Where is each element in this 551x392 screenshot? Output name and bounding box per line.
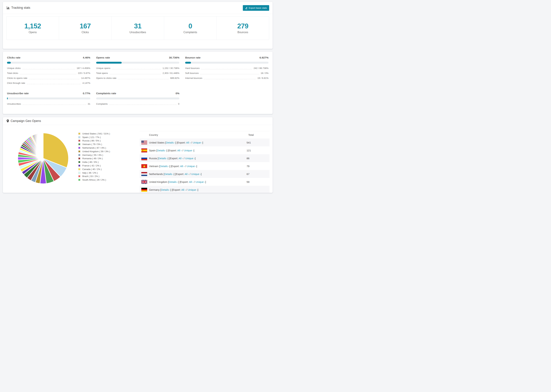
- geo-title: Campaign Geo Opens: [11, 119, 41, 123]
- legend-label: Russia ( 86 / 5% ): [82, 139, 101, 142]
- legend-label: United Kingdom ( 59 / 3% ): [82, 150, 110, 153]
- rate-row-value: 14.497%: [81, 77, 90, 80]
- dotted-leader: [204, 79, 256, 79]
- stat-unsubscribes: 31Unsubscribes: [111, 16, 164, 40]
- details-link[interactable]: Details ›: [164, 173, 174, 175]
- flag-vn-icon: [141, 164, 147, 168]
- bracket-text: [: [163, 173, 164, 175]
- stat-label: Opens: [28, 31, 37, 34]
- legend-label: United States ( 541 / 31% ): [82, 132, 110, 135]
- export-unique-link[interactable]: Unique ›: [184, 149, 194, 152]
- rate-detail-rows: Complaints0: [96, 103, 179, 105]
- export-text: ] [Export:: [170, 188, 181, 191]
- export-all-link[interactable]: All ›: [179, 157, 183, 160]
- total-cell: 121: [247, 149, 251, 152]
- stat-value: 167: [80, 22, 91, 30]
- export-all-link[interactable]: All ›: [185, 173, 189, 175]
- slash-text: /: [184, 165, 187, 168]
- legend-label: Spain ( 121 / 7% ): [82, 136, 101, 139]
- details-link[interactable]: Details ›: [157, 149, 167, 152]
- country-cell: Germany [Details ›] [Export: All › / Uni…: [149, 188, 198, 191]
- total-cell: 79: [247, 165, 249, 168]
- bracket-close-text: ]: [195, 157, 196, 160]
- bar-chart-icon: [7, 6, 10, 9]
- legend-swatch: [78, 136, 80, 138]
- export-text: ] [Export:: [168, 157, 178, 160]
- legend-label: Romania ( 49 / 3% ): [82, 157, 103, 160]
- geo-pie-legend: United States ( 541 / 31% )Spain ( 121 /…: [78, 132, 110, 182]
- legend-swatch: [78, 150, 80, 153]
- tracking-stats-header: Tracking stats Export basic stats: [3, 2, 273, 14]
- export-unique-link[interactable]: Unique ›: [185, 157, 195, 160]
- country-cell: Netherlands [Details ›] [Export: All › /…: [149, 173, 202, 175]
- export-text: ] [Export:: [174, 173, 184, 175]
- country-name: Russia: [149, 157, 157, 160]
- country-name: United Kingdom: [149, 181, 167, 183]
- export-all-link[interactable]: All ›: [180, 165, 185, 168]
- details-link[interactable]: Details ›: [169, 181, 178, 183]
- rate-title-row: Clicks rate4.46%: [7, 56, 90, 59]
- rate-row-value: 4.147%: [83, 82, 90, 85]
- export-text: ] [Export:: [175, 141, 186, 144]
- dotted-leader: [22, 69, 75, 69]
- legend-item-netherlands: Netherlands ( 67 / 4% ): [78, 146, 110, 150]
- rate-detail-rows: Unique opens1,152 / 30.736%Total opens2,…: [96, 67, 179, 80]
- rate-label: Opens rate: [96, 56, 110, 59]
- rate-row-complaints: Complaints0: [96, 103, 179, 105]
- export-all-link[interactable]: All ›: [181, 188, 186, 191]
- rate-row-label: Opens to clicks rate: [96, 77, 117, 80]
- legend-item-brazil: Brazil ( 33 / 2% ): [78, 175, 110, 178]
- stat-label: Bounces: [238, 31, 248, 34]
- rate-label: Bounce rate: [185, 56, 201, 59]
- export-unique-link[interactable]: Unique ›: [196, 181, 205, 183]
- export-all-link[interactable]: All ›: [186, 141, 191, 144]
- details-link[interactable]: Details ›: [158, 157, 168, 160]
- rate-row-value: 689.82%: [170, 77, 179, 80]
- rate-row-value: 1,152 / 30.736%: [162, 67, 179, 70]
- export-all-link[interactable]: All ›: [189, 181, 193, 183]
- stat-value: 31: [134, 22, 141, 30]
- flag-de-icon: [141, 188, 147, 192]
- flag-gb-icon: [141, 180, 147, 184]
- geo-body: United States ( 541 / 31% )Spain ( 121 /…: [3, 125, 273, 193]
- export-all-link[interactable]: All ›: [177, 149, 182, 152]
- progress-bar-opens-rate: [96, 62, 179, 64]
- campaign-geo-opens-card: Campaign Geo Opens United States ( 541 /…: [3, 117, 273, 193]
- export-unique-link[interactable]: Unique ›: [193, 141, 202, 144]
- slash-text: /: [189, 173, 191, 175]
- export-basic-stats-button[interactable]: Export basic stats: [243, 5, 269, 11]
- details-link[interactable]: Details ›: [161, 188, 170, 191]
- details-link[interactable]: Details ›: [160, 165, 169, 168]
- export-unique-link[interactable]: Unique ›: [187, 165, 197, 168]
- rate-row-clicks-to-opens-rate: Clicks to opens rate14.497%: [7, 77, 90, 80]
- rate-row-label: Click through rate: [7, 82, 25, 85]
- rates-card: Clicks rate4.46%Unique clicks167 / 4.456…: [3, 51, 273, 114]
- dotted-leader: [20, 74, 76, 74]
- bracket-text: [: [158, 165, 160, 168]
- legend-item-vietnam: Vietnam ( 79 / 5% ): [78, 142, 110, 146]
- rate-value: 4.46%: [83, 56, 90, 59]
- flag-es-icon: [141, 148, 147, 152]
- rate-detail-rows: Unsubscribes31: [7, 103, 90, 105]
- rate-title-row: Bounce rate6.927%: [185, 56, 268, 59]
- slash-text: /: [183, 157, 185, 160]
- slash-text: /: [193, 181, 196, 183]
- rate-row-total-clicks: Total clicks220 / 5.87%: [7, 72, 90, 75]
- legend-swatch: [78, 140, 80, 142]
- rate-detail-rows: Unique clicks167 / 4.456%Total clicks220…: [7, 67, 90, 85]
- country-name: Germany: [149, 188, 160, 191]
- rate-row-label: Unique clicks: [7, 67, 21, 70]
- country-cell: United States [Details ›] [Export: All ›…: [149, 141, 203, 144]
- legend-label: India ( 46 / 3% ): [82, 161, 99, 163]
- export-unique-link[interactable]: Unique ›: [191, 173, 201, 175]
- legend-swatch: [78, 165, 80, 167]
- stat-value: 279: [237, 22, 248, 30]
- details-link[interactable]: Details ›: [166, 141, 175, 144]
- legend-item-united-kingdom: United Kingdom ( 59 / 3% ): [78, 150, 110, 153]
- legend-item-germany: Germany ( 55 / 3% ): [78, 153, 110, 157]
- legend-item-france: France ( 42 / 2% ): [78, 164, 110, 168]
- export-unique-link[interactable]: Unique ›: [188, 188, 198, 191]
- stat-complaints: 0Complaints: [164, 16, 216, 40]
- total-cell: 59: [247, 181, 249, 183]
- stat-clicks: 167Clicks: [59, 16, 111, 40]
